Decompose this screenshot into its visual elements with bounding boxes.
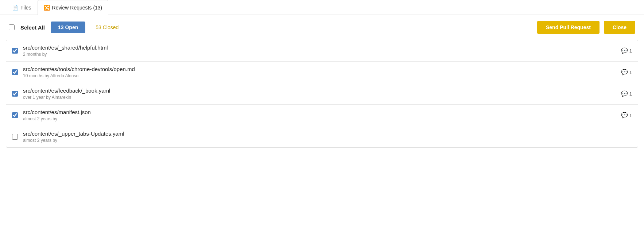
file-comment-count: 💬1: [621, 69, 632, 75]
file-info: src/content/es/tools/chrome-devtools/ope…: [23, 66, 616, 78]
comment-icon: 💬: [621, 47, 628, 54]
file-meta: almost 2 years by: [23, 138, 632, 143]
table-row: src/content/es/manifest.jsonalmost 2 yea…: [6, 105, 638, 126]
tab-review-requests-label: Review Requests (13): [52, 5, 102, 11]
comment-number: 1: [629, 91, 632, 97]
tab-files[interactable]: 📄 Files: [6, 0, 38, 15]
comment-number: 1: [629, 113, 632, 118]
review-requests-icon: 🔀: [44, 5, 50, 11]
file-comment-count: 💬1: [621, 47, 632, 54]
table-row: src/content/es/_upper_tabs-Updates.yamla…: [6, 126, 638, 147]
file-name[interactable]: src/content/es/feedback/_book.yaml: [23, 88, 616, 94]
table-row: src/content/es/_shared/helpful.html2 mon…: [6, 40, 638, 62]
tab-bar: 📄 Files 🔀 Review Requests (13): [0, 0, 644, 15]
file-name[interactable]: src/content/es/_upper_tabs-Updates.yaml: [23, 131, 632, 137]
comment-number: 1: [629, 70, 632, 75]
file-meta: almost 2 years by: [23, 116, 616, 121]
comment-icon: 💬: [621, 69, 628, 75]
toolbar: Select All 13 Open 53 Closed Send Pull R…: [0, 15, 644, 40]
file-checkbox[interactable]: [12, 112, 18, 118]
file-info: src/content/es/feedback/_book.yamlover 1…: [23, 88, 616, 100]
table-row: src/content/es/feedback/_book.yamlover 1…: [6, 83, 638, 105]
tab-files-label: Files: [20, 5, 31, 11]
comment-icon: 💬: [621, 90, 628, 97]
table-row: src/content/es/tools/chrome-devtools/ope…: [6, 62, 638, 83]
closed-button[interactable]: 53 Closed: [91, 22, 123, 33]
files-icon: 📄: [12, 5, 18, 11]
comment-icon: 💬: [621, 112, 628, 118]
file-info: src/content/es/_shared/helpful.html2 mon…: [23, 44, 616, 57]
file-meta: 10 months by Alfredo Alonso: [23, 73, 616, 78]
send-pull-request-button[interactable]: Send Pull Request: [537, 21, 600, 34]
toolbar-right-actions: Send Pull Request Close: [537, 21, 635, 34]
select-all-checkbox[interactable]: [9, 24, 15, 30]
file-meta: over 1 year by Aimarekin: [23, 95, 616, 100]
file-list: src/content/es/_shared/helpful.html2 mon…: [6, 40, 638, 148]
comment-number: 1: [629, 48, 632, 54]
file-info: src/content/es/_upper_tabs-Updates.yamla…: [23, 131, 632, 143]
close-button[interactable]: Close: [604, 21, 635, 34]
file-checkbox[interactable]: [12, 91, 18, 97]
file-info: src/content/es/manifest.jsonalmost 2 yea…: [23, 109, 616, 121]
open-button[interactable]: 13 Open: [51, 22, 85, 33]
select-all-label: Select All: [20, 24, 45, 31]
file-name[interactable]: src/content/es/_shared/helpful.html: [23, 44, 616, 51]
file-name[interactable]: src/content/es/tools/chrome-devtools/ope…: [23, 66, 616, 72]
file-checkbox[interactable]: [12, 69, 18, 75]
file-checkbox[interactable]: [12, 134, 18, 140]
file-meta: 2 months by: [23, 52, 616, 57]
file-comment-count: 💬1: [621, 90, 632, 97]
tab-review-requests[interactable]: 🔀 Review Requests (13): [38, 0, 109, 15]
file-name[interactable]: src/content/es/manifest.json: [23, 109, 616, 115]
file-checkbox[interactable]: [12, 48, 18, 54]
file-comment-count: 💬1: [621, 112, 632, 118]
